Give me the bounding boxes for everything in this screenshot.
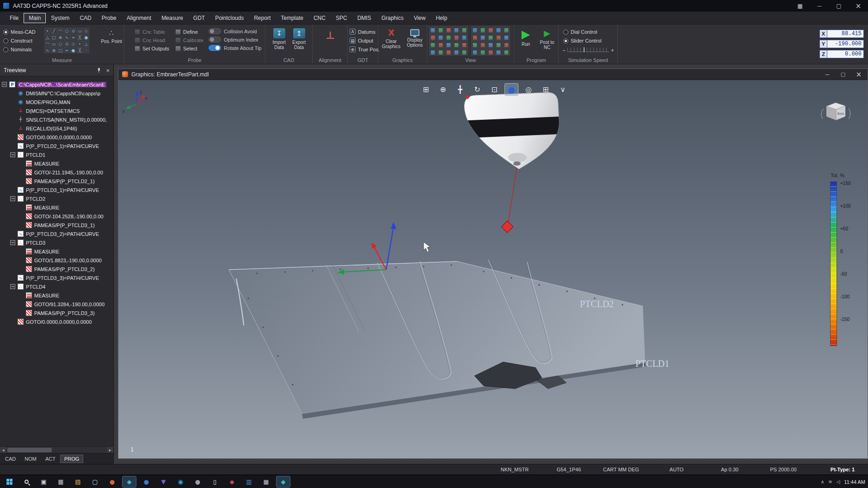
measure-feature-icon[interactable]: ∿ — [64, 34, 70, 40]
close-panel-icon[interactable] — [106, 66, 110, 74]
import-data-button[interactable]: ↧Import Data — [269, 26, 289, 54]
cnc-head-button[interactable]: Cnc Head — [135, 36, 169, 44]
probe-view-icon[interactable]: ◎ — [522, 83, 536, 96]
scrollbar-thumb[interactable] — [7, 448, 52, 452]
menu-report[interactable]: Report — [249, 13, 276, 23]
view-orientation-icon[interactable]: ▦ — [503, 26, 510, 33]
measure-feature-icon[interactable]: ▭ — [51, 41, 57, 47]
view-orientation-icon[interactable]: ▦ — [461, 49, 468, 56]
clear-graphics-button[interactable]: Clear Graphics — [379, 26, 403, 54]
graphics-viewport[interactable]: z x y PTCLD2 PTCLD1 Back — [118, 80, 868, 458]
measure-feature-icon[interactable]: ● — [70, 47, 76, 53]
view-orientation-icon[interactable]: ▦ — [479, 26, 486, 33]
app-icon-gray[interactable]: ● — [191, 476, 205, 488]
view-orientation-icon[interactable]: ▦ — [471, 41, 479, 48]
search-button[interactable] — [19, 476, 34, 488]
view-orientation-icon[interactable]: ▦ — [429, 49, 437, 56]
menu-view[interactable]: View — [409, 13, 431, 23]
menu-system[interactable]: System — [46, 13, 74, 23]
tab-prog[interactable]: PROG — [60, 455, 83, 463]
menu-cnc[interactable]: CNC — [308, 13, 331, 23]
radio-nominals[interactable]: Nominals — [3, 46, 36, 53]
shaded-view-icon[interactable]: ● — [505, 83, 518, 96]
menu-dmis[interactable]: DMIS — [352, 13, 376, 23]
menu-help[interactable]: Help — [431, 13, 452, 23]
view-orientation-icon[interactable]: ▦ — [487, 49, 494, 56]
tree-item[interactable]: GOTO/-211.1945,-190.00,0.00 — [0, 168, 113, 177]
view-orientation-icon[interactable]: ▦ — [479, 49, 486, 56]
post-to-nc-button[interactable]: Post to NC — [536, 26, 558, 54]
measure-feature-icon[interactable]: ◇ — [70, 41, 76, 47]
view-orientation-icon[interactable]: ▦ — [503, 34, 510, 41]
toggle-switch[interactable] — [209, 37, 221, 43]
tree-item[interactable]: GOTO/0.0000,0.0000,0.0000 — [0, 317, 113, 326]
slider-track[interactable] — [567, 48, 609, 52]
view-orientation-icon[interactable]: ▦ — [429, 34, 437, 41]
tree-item[interactable]: PAMEAS/P(P_PTCLD2_1) — [0, 177, 113, 185]
datums-button[interactable]: ADatums — [350, 28, 380, 35]
app-icon-purple[interactable]: ▼ — [156, 476, 171, 488]
measure-feature-icon[interactable]: ⊙ — [64, 41, 70, 47]
tree-item[interactable]: MEASURE — [0, 291, 113, 300]
view-orientation-icon[interactable]: ▦ — [503, 41, 510, 48]
calibrate-button[interactable]: Calibrate — [175, 36, 203, 44]
menu-gdt[interactable]: GDT — [188, 13, 210, 23]
measure-feature-icon[interactable]: ▭ — [77, 28, 83, 34]
tree-item[interactable]: −∴PTCLD3 — [0, 238, 113, 247]
menu-main[interactable]: Main — [24, 13, 46, 23]
view-orientation-icon[interactable]: ▦ — [461, 41, 468, 48]
measure-feature-icon[interactable]: ⊕ — [57, 34, 63, 40]
view-orientation-icon[interactable]: ▦ — [471, 34, 479, 41]
view-orientation-icon[interactable]: ▦ — [487, 34, 494, 41]
scroll-left-icon[interactable]: ◂ — [0, 447, 6, 453]
capps-graphics-app-icon[interactable]: ◆ — [276, 476, 290, 488]
measure-feature-icon[interactable]: ◦ — [83, 47, 89, 53]
mdi-restore-button[interactable] — [835, 70, 851, 79]
tree-item[interactable]: ∿P(P_PTCLD3_1)=PATH/CURVE — [0, 185, 113, 194]
tree-item[interactable]: MEASURE — [0, 159, 113, 168]
measure-feature-icon[interactable]: ○ — [57, 41, 63, 47]
view-orientation-icon[interactable]: ▦ — [487, 41, 494, 48]
tree-item[interactable]: ◉DMISMN/"C:\CappsNC8\capps\p — [0, 89, 113, 98]
view-orientation-icon[interactable]: ▦ — [437, 49, 444, 56]
view-orientation-icon[interactable]: ▦ — [437, 34, 444, 41]
view-orientation-icon[interactable]: ▦ — [437, 26, 444, 33]
tree-item[interactable]: GOTO/-104.2528,-190.00,0.00 — [0, 212, 113, 221]
measure-feature-icon[interactable]: ◠ — [44, 41, 50, 47]
fit-view-icon[interactable]: ⊡ — [487, 83, 501, 96]
app-icon-blue[interactable]: ● — [139, 476, 154, 488]
maximize-button[interactable] — [829, 0, 849, 12]
chart-app-icon[interactable]: ▥ — [242, 476, 256, 488]
cnc-table-button[interactable]: Cnc Table — [135, 28, 169, 36]
pan-icon[interactable]: ╋ — [453, 83, 467, 96]
collapse-icon[interactable]: − — [2, 82, 7, 87]
view-orientation-icon[interactable]: ▦ — [461, 26, 468, 33]
output-button[interactable]: ▤Output — [350, 37, 380, 44]
rotate-icon[interactable]: ↻ — [470, 83, 484, 96]
radio-dial-control[interactable]: Dial Control — [563, 28, 602, 36]
graphics-window-titlebar[interactable]: Graphics: EmbraerTestPart.mdl — [118, 69, 868, 80]
mdi-minimize-button[interactable] — [819, 70, 835, 79]
measure-feature-icon[interactable]: ╱ — [51, 28, 57, 34]
notepad-icon[interactable]: ▯ — [208, 476, 222, 488]
tree-item[interactable]: GOTO/91.3284,-190.00,0.0000 — [0, 300, 113, 309]
menu-probe[interactable]: Probe — [97, 13, 122, 23]
tree-horizontal-scrollbar[interactable]: ◂ ▸ — [0, 446, 113, 453]
measure-feature-icon[interactable]: • — [77, 41, 83, 47]
menu-pointclouds[interactable]: Pointclouds — [210, 13, 249, 23]
view-orientation-icon[interactable]: ▦ — [437, 41, 444, 48]
minimize-button[interactable] — [810, 0, 829, 12]
file-explorer-icon[interactable]: ▤ — [71, 476, 85, 488]
tray-network-icon[interactable]: ≋ — [828, 479, 832, 484]
view-orientation-icon[interactable]: ▦ — [445, 34, 452, 41]
tree-item[interactable]: ⊥D(MCS)=DATSET/MCS — [0, 106, 113, 115]
apps-grid-icon[interactable] — [790, 0, 810, 12]
tree-item[interactable]: ∿P(P_PTCLD3_3)=PATH/CURVE — [0, 273, 113, 282]
measure-feature-icon[interactable]: ● — [83, 34, 89, 40]
view-orientation-icon[interactable]: ▦ — [471, 49, 479, 56]
tree-item[interactable]: −∴PTCLD1 — [0, 150, 113, 159]
select-button[interactable]: Select — [175, 44, 203, 53]
measure-feature-icon[interactable]: ◠ — [57, 28, 63, 34]
set-outputs-button[interactable]: Set Outputs — [135, 44, 169, 53]
radio-construct[interactable]: Construct — [3, 37, 36, 44]
